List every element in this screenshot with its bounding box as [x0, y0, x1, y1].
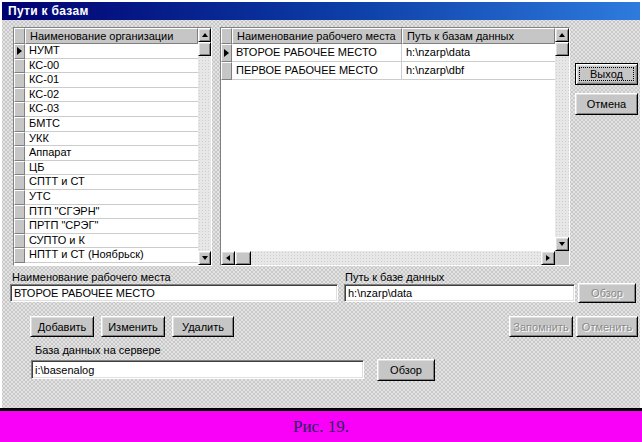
path-input[interactable] — [344, 284, 575, 302]
scrollbar-track[interactable] — [555, 56, 569, 237]
org-list-row[interactable]: ПТП "СГЭРН" — [14, 205, 198, 220]
org-list-row[interactable]: УКК — [14, 132, 198, 147]
row-selector — [14, 219, 25, 234]
up-arrow-icon — [202, 33, 208, 37]
org-name: КС-02 — [25, 88, 198, 103]
org-name: СПТТ и СТ — [25, 175, 198, 190]
workplace-table: Наименование рабочего места Путь к базам… — [220, 27, 570, 266]
db-path-cell: h:\nzarp\data — [402, 44, 555, 62]
org-list-row[interactable]: ПРТП "СРЭГ" — [14, 219, 198, 234]
delete-button[interactable]: Удалить — [172, 316, 234, 337]
row-selector — [14, 175, 25, 190]
org-list-row[interactable]: БМТС — [14, 117, 198, 132]
figure-caption: Рис. 19. — [293, 417, 349, 437]
row-selector — [14, 44, 25, 59]
browse-server-button[interactable]: Обзор — [377, 359, 435, 381]
scrollbar-corner — [555, 251, 569, 265]
row-selector — [14, 205, 25, 220]
org-name: БМТС — [25, 117, 198, 132]
scroll-down-button[interactable] — [555, 237, 569, 251]
table-corner-cell — [221, 28, 232, 44]
server-db-label: База данных на сервере — [35, 344, 161, 356]
org-list-row[interactable]: КС-03 — [14, 102, 198, 117]
scroll-right-button[interactable] — [541, 251, 555, 265]
browse-path-button: Обзор — [578, 283, 636, 303]
org-name: СУПТО и К — [25, 234, 198, 249]
organization-list-header: Наименование организации — [14, 28, 198, 44]
workplace-table-header: Наименование рабочего места Путь к базам… — [221, 28, 555, 44]
org-list-row[interactable]: КС-00 — [14, 59, 198, 74]
scrollbar-thumb[interactable] — [198, 42, 211, 56]
row-selector — [14, 190, 25, 205]
row-selector — [14, 146, 25, 161]
scrollbar-thumb[interactable] — [235, 251, 251, 265]
org-list-row[interactable]: КС-01 — [14, 73, 198, 88]
row-selector — [14, 161, 25, 176]
screenshot-root: Пути к базам Наименование организации НУ… — [0, 0, 642, 442]
org-list-row[interactable]: ЦБ — [14, 161, 198, 176]
workplace-input[interactable] — [10, 284, 338, 302]
org-list-row[interactable]: СПТТ и СТ — [14, 175, 198, 190]
table-vscrollbar[interactable] — [555, 28, 569, 251]
add-button[interactable]: Добавить — [30, 316, 94, 337]
org-list-vscrollbar[interactable] — [198, 28, 211, 265]
org-name: ЦБ — [25, 161, 198, 176]
right-arrow-icon — [546, 255, 550, 261]
left-arrow-icon — [226, 255, 230, 261]
org-name: КС-03 — [25, 102, 198, 117]
row-selector — [14, 248, 25, 263]
org-name: НПТТ и СТ (Ноябрьск) — [25, 248, 198, 263]
row-selector — [221, 62, 232, 80]
current-row-arrow-icon — [17, 47, 22, 55]
row-selector — [14, 88, 25, 103]
org-name: НУМТ — [25, 44, 198, 59]
scroll-up-button[interactable] — [198, 28, 211, 42]
up-arrow-icon — [559, 33, 565, 37]
current-row-arrow-icon — [224, 49, 229, 57]
server-db-input[interactable] — [31, 360, 364, 379]
org-list-rows: НУМТКС-00КС-01КС-02КС-03БМТСУККАппаратЦБ… — [14, 44, 198, 265]
cancel-button[interactable]: Отмена — [575, 93, 638, 115]
row-selector — [14, 102, 25, 117]
list-corner-cell — [14, 28, 25, 44]
scroll-left-button[interactable] — [221, 251, 235, 265]
row-selector — [14, 117, 25, 132]
row-selector — [14, 59, 25, 74]
table-hscrollbar[interactable] — [221, 251, 555, 265]
row-selector — [14, 73, 25, 88]
org-list-row[interactable]: Аппарат — [14, 146, 198, 161]
org-list-row[interactable]: УТС — [14, 190, 198, 205]
down-arrow-icon — [202, 256, 208, 260]
remember-button: Запомнить — [509, 316, 573, 337]
titlebar[interactable]: Пути к базам — [2, 2, 640, 20]
org-name: КС-00 — [25, 59, 198, 74]
path-column-header[interactable]: Путь к базам данных — [402, 28, 555, 44]
scroll-up-button[interactable] — [555, 28, 569, 42]
workplace-table-rows: ВТОРОЕ РАБОЧЕЕ МЕСТОh:\nzarp\dataПЕРВОЕ … — [221, 44, 555, 251]
organization-column-header[interactable]: Наименование организации — [25, 28, 198, 44]
scroll-down-button[interactable] — [198, 251, 211, 265]
workplace-row[interactable]: ПЕРВОЕ РАБОЧЕЕ МЕСТОh:\nzarp\dbf — [221, 62, 555, 80]
org-name: УТС — [25, 190, 198, 205]
org-list-row[interactable]: НПТТ и СТ (Ноябрьск) — [14, 248, 198, 263]
workplace-row[interactable]: ВТОРОЕ РАБОЧЕЕ МЕСТОh:\nzarp\data — [221, 44, 555, 62]
org-name: КС-01 — [25, 73, 198, 88]
edit-button[interactable]: Изменить — [101, 316, 165, 337]
workplace-name-cell: ПЕРВОЕ РАБОЧЕЕ МЕСТО — [232, 62, 402, 80]
org-name: ПРТП "СРЭГ" — [25, 219, 198, 234]
undo-button: Отменить — [576, 316, 638, 337]
scrollbar-track[interactable] — [198, 56, 211, 251]
org-list-row[interactable]: СУПТО и К — [14, 234, 198, 249]
figure-caption-bar: Рис. 19. — [0, 411, 642, 442]
org-list-row[interactable]: КС-02 — [14, 88, 198, 103]
org-name: УКК — [25, 132, 198, 147]
row-selector — [221, 44, 232, 62]
org-list-row[interactable]: НУМТ — [14, 44, 198, 59]
workplace-column-header[interactable]: Наименование рабочего места — [232, 28, 402, 44]
dialog-body: Наименование организации НУМТКС-00КС-01К… — [2, 20, 640, 408]
exit-button[interactable]: Выход — [575, 63, 638, 85]
org-name: Аппарат — [25, 146, 198, 161]
scrollbar-track[interactable] — [251, 251, 541, 265]
workplace-field-label: Наименование рабочего места — [12, 271, 171, 283]
scrollbar-thumb[interactable] — [555, 42, 569, 56]
